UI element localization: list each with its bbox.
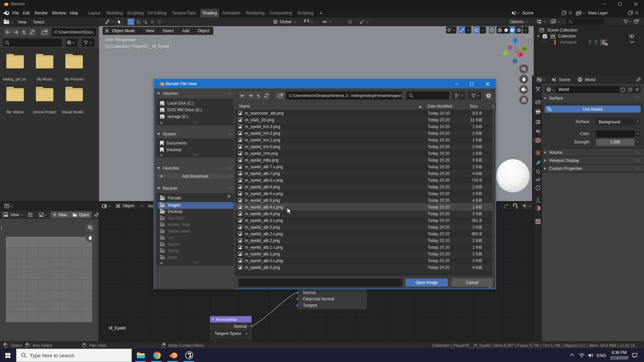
svg-text:X: X	[520, 53, 522, 57]
svg-text:Z: Z	[514, 39, 516, 43]
svg-text:Y: Y	[524, 47, 526, 51]
